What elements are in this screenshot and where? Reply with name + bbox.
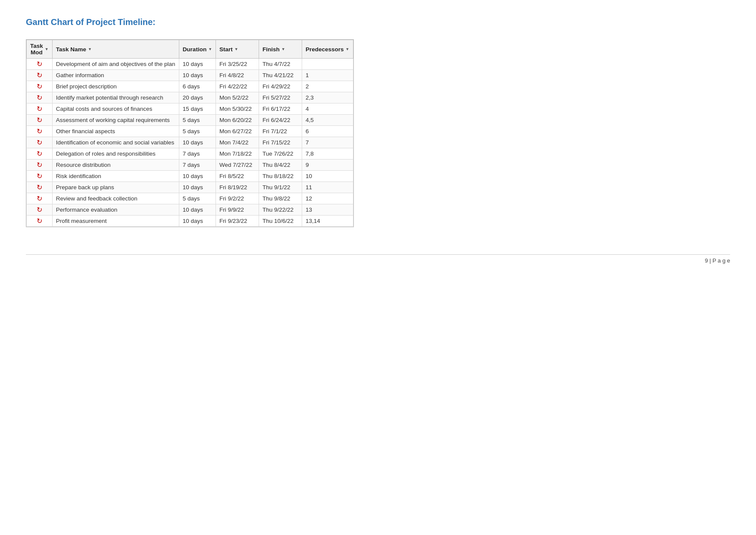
- task-name-cell: Profit measurement: [52, 216, 179, 227]
- task-icon: ↻: [37, 61, 42, 68]
- task-duration-cell: 5 days: [179, 126, 216, 137]
- task-mod-icon-cell: ↻: [27, 182, 53, 193]
- task-start-cell: Fri 3/25/22: [216, 59, 259, 70]
- col-header-predecessors[interactable]: Predecessors ▼: [302, 40, 353, 59]
- col-pred-label: Predecessors: [306, 46, 344, 53]
- task-predecessors-cell: 2: [302, 81, 353, 92]
- task-start-cell: Mon 5/2/22: [216, 92, 259, 103]
- task-name-cell: Other financial aspects: [52, 126, 179, 137]
- task-finish-cell: Fri 6/24/22: [259, 115, 302, 126]
- task-predecessors-cell: 13: [302, 204, 353, 216]
- task-finish-cell: Thu 9/1/22: [259, 182, 302, 193]
- task-duration-cell: 10 days: [179, 137, 216, 148]
- col-duration-label: Duration: [183, 46, 207, 53]
- table-row: ↻Capital costs and sources of finances15…: [27, 103, 353, 115]
- task-mod-icon-cell: ↻: [27, 103, 53, 115]
- task-predecessors-cell: 10: [302, 171, 353, 182]
- task-mod-icon-cell: ↻: [27, 171, 53, 182]
- col-pred-arrow[interactable]: ▼: [346, 47, 350, 51]
- col-task-mod-arrow[interactable]: ▼: [45, 47, 49, 51]
- task-mod-icon-cell: ↻: [27, 148, 53, 160]
- task-duration-cell: 5 days: [179, 193, 216, 204]
- task-predecessors-cell: 12: [302, 193, 353, 204]
- task-start-cell: Fri 4/8/22: [216, 70, 259, 81]
- task-icon: ↻: [37, 94, 42, 101]
- task-duration-cell: 10 days: [179, 70, 216, 81]
- task-duration-cell: 10 days: [179, 216, 216, 227]
- task-predecessors-cell: 13,14: [302, 216, 353, 227]
- task-name-cell: Identify market potential through resear…: [52, 92, 179, 103]
- col-task-name-arrow[interactable]: ▼: [88, 47, 92, 51]
- table-row: ↻Review and feedback collection5 daysFri…: [27, 193, 353, 204]
- task-finish-cell: Thu 8/4/22: [259, 160, 302, 171]
- task-finish-cell: Thu 9/8/22: [259, 193, 302, 204]
- col-header-duration[interactable]: Duration ▼: [179, 40, 216, 59]
- task-predecessors-cell: 4: [302, 103, 353, 115]
- task-finish-cell: Thu 4/7/22: [259, 59, 302, 70]
- task-name-cell: Prepare back up plans: [52, 182, 179, 193]
- task-predecessors-cell: 2,3: [302, 92, 353, 103]
- task-name-cell: Gather information: [52, 70, 179, 81]
- task-finish-cell: Thu 4/21/22: [259, 70, 302, 81]
- task-duration-cell: 10 days: [179, 182, 216, 193]
- col-header-finish[interactable]: Finish ▼: [259, 40, 302, 59]
- task-start-cell: Wed 7/27/22: [216, 160, 259, 171]
- task-mod-icon-cell: ↻: [27, 81, 53, 92]
- col-header-task-name[interactable]: Task Name ▼: [52, 40, 179, 59]
- task-mod-icon-cell: ↻: [27, 70, 53, 81]
- table-row: ↻Delegation of roles and responsibilitie…: [27, 148, 353, 160]
- table-row: ↻Assessment of working capital requireme…: [27, 115, 353, 126]
- gantt-table-container: TaskMod ▼ Task Name ▼ Duration ▼: [26, 39, 354, 227]
- task-icon: ↻: [37, 150, 42, 157]
- table-row: ↻Performance evaluation10 daysFri 9/9/22…: [27, 204, 353, 216]
- task-finish-cell: Thu 10/6/22: [259, 216, 302, 227]
- task-name-cell: Identification of economic and social va…: [52, 137, 179, 148]
- task-predecessors-cell: 1: [302, 70, 353, 81]
- col-start-arrow[interactable]: ▼: [234, 47, 238, 51]
- task-icon: ↻: [37, 128, 42, 135]
- task-finish-cell: Fri 6/17/22: [259, 103, 302, 115]
- task-start-cell: Mon 5/30/22: [216, 103, 259, 115]
- task-mod-icon-cell: ↻: [27, 137, 53, 148]
- task-mod-icon-cell: ↻: [27, 216, 53, 227]
- task-start-cell: Fri 4/22/22: [216, 81, 259, 92]
- task-name-cell: Brief project description: [52, 81, 179, 92]
- table-row: ↻Risk identification10 daysFri 8/5/22Thu…: [27, 171, 353, 182]
- task-mod-icon-cell: ↻: [27, 115, 53, 126]
- task-predecessors-cell: 6: [302, 126, 353, 137]
- task-duration-cell: 10 days: [179, 59, 216, 70]
- table-row: ↻Prepare back up plans10 daysFri 8/19/22…: [27, 182, 353, 193]
- task-start-cell: Mon 6/20/22: [216, 115, 259, 126]
- task-name-cell: Assessment of working capital requiremen…: [52, 115, 179, 126]
- task-finish-cell: Fri 4/29/22: [259, 81, 302, 92]
- gantt-table: TaskMod ▼ Task Name ▼ Duration ▼: [26, 40, 353, 227]
- task-mod-icon-cell: ↻: [27, 59, 53, 70]
- col-duration-arrow[interactable]: ▼: [208, 47, 212, 51]
- col-header-task-mod[interactable]: TaskMod ▼: [27, 40, 53, 59]
- task-predecessors-cell: 7,8: [302, 148, 353, 160]
- col-finish-arrow[interactable]: ▼: [281, 47, 285, 51]
- task-name-cell: Delegation of roles and responsibilities: [52, 148, 179, 160]
- task-start-cell: Fri 8/19/22: [216, 182, 259, 193]
- task-icon: ↻: [37, 72, 42, 79]
- task-start-cell: Fri 9/9/22: [216, 204, 259, 216]
- task-mod-icon-cell: ↻: [27, 160, 53, 171]
- task-icon: ↻: [37, 106, 42, 113]
- col-finish-label: Finish: [262, 46, 280, 53]
- task-finish-cell: Fri 7/1/22: [259, 126, 302, 137]
- task-predecessors-cell: 9: [302, 160, 353, 171]
- table-row: ↻Profit measurement10 daysFri 9/23/22Thu…: [27, 216, 353, 227]
- col-task-name-label: Task Name: [56, 46, 86, 53]
- task-duration-cell: 10 days: [179, 171, 216, 182]
- task-predecessors-cell: 4,5: [302, 115, 353, 126]
- task-start-cell: Fri 9/2/22: [216, 193, 259, 204]
- page-title: Gantt Chart of Project Timeline:: [26, 17, 730, 27]
- col-header-start[interactable]: Start ▼: [216, 40, 259, 59]
- task-start-cell: Fri 8/5/22: [216, 171, 259, 182]
- task-icon: ↻: [37, 83, 42, 90]
- table-row: ↻Identify market potential through resea…: [27, 92, 353, 103]
- task-finish-cell: Fri 5/27/22: [259, 92, 302, 103]
- task-finish-cell: Thu 8/18/22: [259, 171, 302, 182]
- col-task-mod-label: TaskMod: [30, 43, 43, 56]
- task-start-cell: Mon 6/27/22: [216, 126, 259, 137]
